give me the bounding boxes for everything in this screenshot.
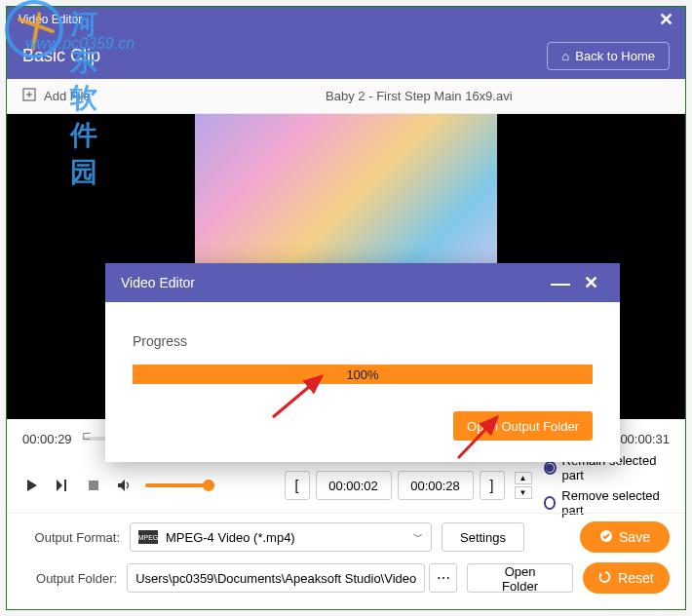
trim-start-time[interactable]: 00:00:02 (316, 471, 392, 500)
trim-start-bracket-button[interactable]: [ (285, 471, 310, 500)
step-forward-button[interactable] (53, 475, 71, 496)
progress-label: Progress (133, 333, 593, 349)
output-format-row: Output Format: MPEG MPEG-4 Video (*.mp4)… (22, 521, 670, 553)
timeline-left-marker[interactable]: ⊏ (82, 429, 92, 443)
svg-marker-3 (27, 480, 37, 491)
output-section: Output Format: MPEG MPEG-4 Video (*.mp4)… (7, 513, 685, 609)
output-folder-row: Output Folder: Users\pc0359\Documents\Ap… (22, 562, 670, 594)
timeline-end-time: 00:00:31 (620, 432, 670, 446)
dialog-title: Video Editor (121, 275, 195, 290)
progress-value: 100% (346, 367, 378, 382)
output-folder-value: Users\pc0359\Documents\Apeaksoft Studio\… (135, 571, 416, 586)
open-folder-button[interactable]: Open Folder (467, 563, 572, 593)
home-icon: ⌂ (561, 49, 569, 63)
back-home-label: Back to Home (575, 49, 655, 63)
reset-button[interactable]: Reset (583, 562, 670, 594)
header: Basic Clip ⌂ Back to Home (7, 32, 685, 79)
dialog-close-button[interactable]: ✕ (578, 272, 604, 293)
add-file-icon (22, 88, 36, 104)
save-label: Save (619, 529, 650, 545)
output-format-value: MPEG-4 Video (*.mp4) (166, 530, 295, 545)
progress-dialog: Video Editor — ✕ Progress 100% Open Outp… (105, 263, 620, 462)
settings-button[interactable]: Settings (442, 522, 524, 552)
save-button[interactable]: Save (580, 521, 670, 553)
add-file-button[interactable]: Add File (22, 88, 91, 104)
check-icon (599, 529, 613, 546)
svg-marker-7 (118, 480, 125, 491)
output-format-select[interactable]: MPEG MPEG-4 Video (*.mp4) ﹀ (130, 522, 432, 552)
radio-unchecked-icon (544, 496, 557, 510)
output-folder-input[interactable]: Users\pc0359\Documents\Apeaksoft Studio\… (127, 563, 425, 593)
play-button[interactable] (22, 475, 41, 496)
toolbar: Add File Baby 2 - First Step Main 16x9.a… (7, 79, 685, 114)
radio-checked-icon (544, 461, 557, 475)
reset-label: Reset (618, 570, 654, 586)
add-file-label: Add File (44, 89, 91, 103)
dialog-actions: Open Output Folder (133, 411, 593, 441)
dialog-minimize-button[interactable]: — (543, 272, 578, 294)
window-close-button[interactable]: ✕ (659, 9, 673, 30)
dialog-titlebar: Video Editor — ✕ (105, 263, 620, 302)
app-title: Video Editor (19, 13, 82, 26)
timeline-start-time: 00:00:29 (22, 432, 72, 446)
format-badge-icon: MPEG (138, 530, 158, 544)
trim-spin-down[interactable]: ▼ (515, 486, 532, 499)
trim-spinner: ▲ ▼ (515, 472, 532, 499)
titlebar: Video Editor ✕ (7, 7, 685, 32)
selection-mode-radios: Remain selected part Remove selected par… (544, 453, 670, 518)
trim-end-bracket-button[interactable]: ] (480, 471, 505, 500)
progress-bar: 100% (133, 365, 593, 384)
page-title: Basic Clip (22, 46, 100, 66)
current-file-name: Baby 2 - First Step Main 16x9.avi (248, 89, 512, 103)
browse-folder-button[interactable]: ⋯ (429, 563, 457, 593)
volume-slider-thumb[interactable] (203, 480, 214, 491)
volume-slider[interactable] (145, 483, 214, 487)
output-folder-label: Output Folder: (22, 571, 117, 586)
playback-controls: [ 00:00:02 00:00:28 ] ▲ ▼ Remain selecte… (7, 458, 685, 513)
svg-rect-5 (64, 480, 66, 491)
dialog-body: Progress 100% Open Output Folder (105, 302, 620, 462)
stop-button[interactable] (84, 475, 102, 496)
volume-button[interactable] (114, 475, 133, 496)
svg-rect-6 (89, 481, 98, 490)
output-format-label: Output Format: (22, 530, 120, 545)
chevron-down-icon: ﹀ (413, 530, 423, 544)
reset-icon (598, 570, 612, 587)
svg-marker-4 (57, 480, 62, 491)
trim-end-time[interactable]: 00:00:28 (398, 471, 474, 500)
trim-spin-up[interactable]: ▲ (515, 472, 532, 484)
back-to-home-button[interactable]: ⌂ Back to Home (547, 42, 670, 70)
trim-controls: [ 00:00:02 00:00:28 ] ▲ ▼ (285, 471, 532, 500)
svg-marker-9 (599, 572, 602, 576)
open-output-folder-button[interactable]: Open Output Folder (453, 411, 593, 441)
